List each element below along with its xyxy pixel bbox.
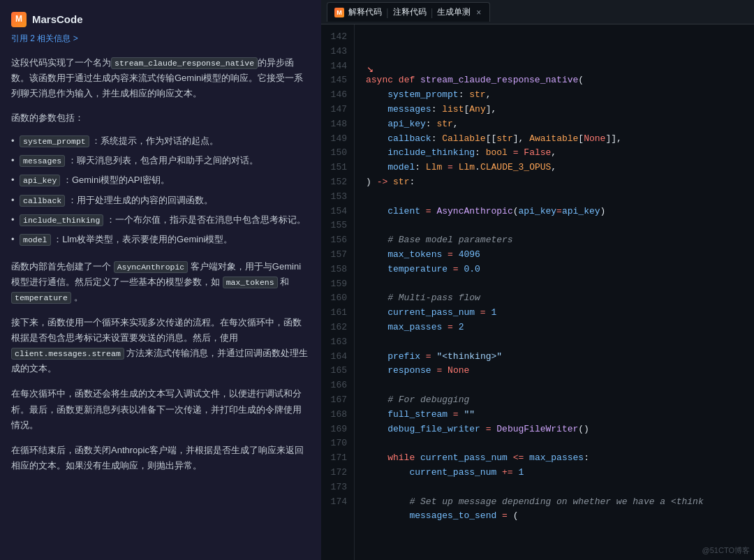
ref-info-link[interactable]: 引用 2 相关信息 > <box>11 32 310 45</box>
code-line-155: # Base model parameters <box>366 233 754 248</box>
tab-close-button[interactable]: × <box>475 8 482 17</box>
logo-letter: M <box>15 13 22 26</box>
marscode-logo-icon: M <box>11 12 27 27</box>
code-line-159: # Multi-pass flow <box>366 291 754 306</box>
para1-period: 。 <box>71 292 83 302</box>
ln-162: 162 <box>321 320 354 335</box>
function-name-inline: stream_claude_response_native <box>111 57 258 69</box>
ln-164: 164 <box>321 350 354 364</box>
para1-text: 函数内部首先创建了一个 <box>11 261 114 272</box>
ln-160: 160 <box>321 291 354 306</box>
ln-166: 166 <box>321 378 354 393</box>
ln-173: 173 <box>321 480 354 495</box>
ln-156: 156 <box>321 233 354 248</box>
ln-165: 165 <box>321 364 354 378</box>
param-name-system-prompt: system_prompt <box>20 135 89 147</box>
temperature-inline: temperature <box>11 292 71 304</box>
ln-145: 145 <box>321 73 354 88</box>
param-desc-callback: ：用于处理生成的内容的回调函数。 <box>68 195 213 205</box>
params-title: 函数的参数包括： <box>11 111 310 126</box>
code-line-148: callback: Callable[[str], Awaitable[None… <box>366 132 754 147</box>
code-content[interactable]: ↘async def stream_claude_response_native… <box>355 24 754 560</box>
param-item-system-prompt: system_prompt ：系统提示，作为对话的起点。 <box>11 131 310 151</box>
paragraph-2: 接下来，函数使用一个循环来实现多次传递的流程。在每次循环中，函数根据是否包含思考… <box>11 315 310 376</box>
tab-logo-icon: M <box>334 8 344 17</box>
ln-161: 161 <box>321 306 354 320</box>
param-item-include-thinking: include_thinking ：一个布尔值，指示是否在消息中包含思考标记。 <box>11 210 310 230</box>
ln-169: 169 <box>321 422 354 437</box>
ln-152: 152 <box>321 175 354 190</box>
param-name-callback: callback <box>20 195 65 207</box>
code-line-146: messages: list[Any], <box>366 103 754 117</box>
ln-163: 163 <box>321 335 354 350</box>
ln-151: 151 <box>321 161 354 175</box>
left-panel: M MarsCode 引用 2 相关信息 > 这段代码实现了一个名为stream… <box>0 0 321 560</box>
param-name-api-key: api_key <box>20 175 60 186</box>
max-tokens-inline: max_tokens <box>223 277 278 288</box>
code-area: 142 143 144 145 146 147 148 149 150 151 … <box>321 24 754 560</box>
ln-159: 159 <box>321 277 354 292</box>
tab-comment-label: 注释代码 <box>393 6 427 18</box>
ln-155: 155 <box>321 219 354 233</box>
code-line-151: ) -> str: <box>366 175 754 190</box>
code-line-154 <box>366 219 754 233</box>
param-item-api-key: api_key ：Gemini模型的API密钥。 <box>11 170 310 190</box>
ln-150: 150 <box>321 146 354 161</box>
tab-sep-2: | <box>431 7 434 18</box>
code-line-169 <box>366 436 754 451</box>
code-line-174: messages_to_send = ( <box>366 509 754 524</box>
code-line-142 <box>366 45 754 59</box>
async-anthropic-inline: AsyncAnthropic <box>114 261 188 273</box>
code-line-149: include_thinking: bool = False, <box>366 146 754 161</box>
code-line-158 <box>366 277 754 292</box>
param-desc-system-prompt: ：系统提示，作为对话的起点。 <box>91 135 219 146</box>
ln-174: 174 <box>321 495 354 510</box>
logo-bar: M MarsCode <box>11 11 310 28</box>
code-line-157: temperature = 0.0 <box>366 263 754 277</box>
param-list: system_prompt ：系统提示，作为对话的起点。 messages ：聊… <box>11 131 310 249</box>
ln-149: 149 <box>321 132 354 147</box>
ln-148: 148 <box>321 117 354 132</box>
para1-and: 和 <box>278 277 290 287</box>
code-line-171: current_pass_num += 1 <box>366 466 754 480</box>
code-line-161: max_passes = 2 <box>366 320 754 335</box>
para2-text: 接下来，函数使用一个循环来实现多次传递的流程。在每次循环中，函数根据是否包含思考… <box>11 317 302 343</box>
ln-143: 143 <box>321 45 354 59</box>
ai-tab[interactable]: M 解释代码 | 注释代码 | 生成单测 × <box>327 2 490 22</box>
ln-167: 167 <box>321 393 354 408</box>
right-panel: M 解释代码 | 注释代码 | 生成单测 × 142 143 144 145 1… <box>321 0 754 560</box>
ln-170: 170 <box>321 436 354 451</box>
tab-explain-label: 解释代码 <box>348 6 382 18</box>
desc-text-1: 这段代码实现了一个名为 <box>11 57 111 68</box>
param-desc-messages: ：聊天消息列表，包含用户和助手之间的对话。 <box>68 155 258 165</box>
param-item-callback: callback ：用于处理生成的内容的回调函数。 <box>11 191 310 210</box>
code-line-162 <box>366 335 754 350</box>
paragraph-3: 在每次循环中，函数还会将生成的文本写入调试文件，以便进行调试和分析。最后，函数更… <box>11 386 310 432</box>
ln-146: 146 <box>321 88 354 103</box>
ln-168: 168 <box>321 408 354 422</box>
line-numbers: 142 143 144 145 146 147 148 149 150 151 … <box>321 24 355 560</box>
code-line-163: prefix = "<thinking>" <box>366 350 754 364</box>
param-desc-include-thinking: ：一个布尔值，指示是否在消息中包含思考标记。 <box>106 214 306 225</box>
code-line-144: async def stream_claude_response_native( <box>366 73 754 88</box>
code-line-167: full_stream = "" <box>366 408 754 422</box>
ln-172: 172 <box>321 466 354 480</box>
app-name: MarsCode <box>32 11 83 28</box>
param-name-messages: messages <box>20 155 65 167</box>
param-desc-api-key: ：Gemini模型的API密钥。 <box>63 175 170 185</box>
code-line-160: current_pass_num = 1 <box>366 306 754 320</box>
ln-158: 158 <box>321 263 354 277</box>
client-messages-stream-inline: client.messages.stream <box>11 348 124 360</box>
ln-144: 144 <box>321 59 354 74</box>
tab-sep-1: | <box>386 7 389 18</box>
param-item-model: model ：Llm枚举类型，表示要使用的Gemini模型。 <box>11 230 310 249</box>
code-line-164: response = None <box>366 364 754 378</box>
param-name-model: model <box>20 234 51 246</box>
code-line-147: api_key: str, <box>366 117 754 132</box>
ln-154: 154 <box>321 205 354 219</box>
code-line-165 <box>366 378 754 393</box>
editor-tabs: M 解释代码 | 注释代码 | 生成单测 × <box>321 0 754 24</box>
code-line-153: client = AsyncAnthropic(api_key=api_key) <box>366 205 754 219</box>
paragraph-4: 在循环结束后，函数关闭Anthropic客户端，并根据是否生成了响应来返回相应的… <box>11 443 310 473</box>
code-line-143: ↘ <box>366 59 754 74</box>
